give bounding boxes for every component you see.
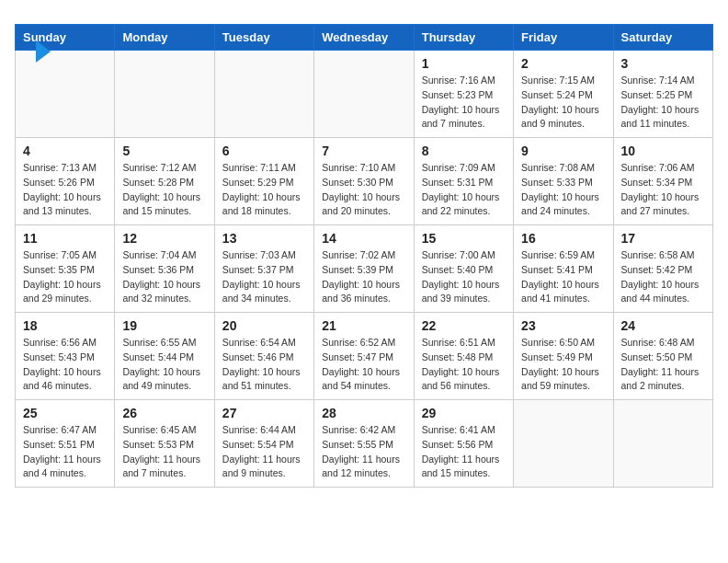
day-info: Sunrise: 6:45 AMSunset: 5:53 PMDaylight:… xyxy=(122,423,206,481)
day-info: Sunrise: 7:09 AMSunset: 5:31 PMDaylight:… xyxy=(422,161,506,219)
calendar-cell: 13Sunrise: 7:03 AMSunset: 5:37 PMDayligh… xyxy=(214,225,313,313)
day-info: Sunrise: 7:16 AMSunset: 5:23 PMDaylight:… xyxy=(422,74,506,132)
calendar-cell: 26Sunrise: 6:45 AMSunset: 5:53 PMDayligh… xyxy=(115,400,214,488)
day-info: Sunrise: 6:48 AMSunset: 5:50 PMDaylight:… xyxy=(621,336,705,394)
calendar-cell xyxy=(214,51,313,138)
day-info: Sunrise: 6:51 AMSunset: 5:48 PMDaylight:… xyxy=(422,336,506,394)
logo xyxy=(29,39,51,63)
calendar-week-row: 11Sunrise: 7:05 AMSunset: 5:35 PMDayligh… xyxy=(16,225,713,313)
day-number: 24 xyxy=(621,318,705,333)
day-info: Sunrise: 6:52 AMSunset: 5:47 PMDaylight:… xyxy=(322,336,405,394)
day-number: 21 xyxy=(322,318,405,333)
calendar-cell: 6Sunrise: 7:11 AMSunset: 5:29 PMDaylight… xyxy=(214,138,313,225)
day-number: 27 xyxy=(222,406,306,420)
day-number: 5 xyxy=(122,144,206,158)
day-info: Sunrise: 7:04 AMSunset: 5:36 PMDaylight:… xyxy=(122,248,206,306)
calendar-cell: 12Sunrise: 7:04 AMSunset: 5:36 PMDayligh… xyxy=(115,225,214,313)
calendar-cell: 16Sunrise: 6:59 AMSunset: 5:41 PMDayligh… xyxy=(514,225,613,313)
day-number: 6 xyxy=(222,144,306,158)
calendar-cell: 11Sunrise: 7:05 AMSunset: 5:35 PMDayligh… xyxy=(16,225,115,313)
calendar-cell: 17Sunrise: 6:58 AMSunset: 5:42 PMDayligh… xyxy=(613,225,712,313)
day-info: Sunrise: 7:10 AMSunset: 5:30 PMDaylight:… xyxy=(322,161,405,219)
day-info: Sunrise: 7:14 AMSunset: 5:25 PMDaylight:… xyxy=(621,74,705,132)
day-info: Sunrise: 6:54 AMSunset: 5:46 PMDaylight:… xyxy=(222,336,306,394)
day-info: Sunrise: 6:58 AMSunset: 5:42 PMDaylight:… xyxy=(621,248,705,306)
day-header-thursday: Thursday xyxy=(414,25,513,51)
day-number: 10 xyxy=(621,144,705,158)
logo-arrow-icon xyxy=(36,40,51,63)
day-number: 16 xyxy=(521,231,605,246)
calendar-cell: 1Sunrise: 7:16 AMSunset: 5:23 PMDaylight… xyxy=(414,51,513,138)
day-info: Sunrise: 6:56 AMSunset: 5:43 PMDaylight:… xyxy=(23,336,107,394)
day-header-tuesday: Tuesday xyxy=(214,25,313,51)
day-info: Sunrise: 6:44 AMSunset: 5:54 PMDaylight:… xyxy=(222,423,306,481)
day-number: 12 xyxy=(122,231,206,246)
calendar-cell: 29Sunrise: 6:41 AMSunset: 5:56 PMDayligh… xyxy=(414,400,513,488)
calendar-cell: 27Sunrise: 6:44 AMSunset: 5:54 PMDayligh… xyxy=(214,400,313,488)
day-header-saturday: Saturday xyxy=(613,25,712,51)
day-info: Sunrise: 7:12 AMSunset: 5:28 PMDaylight:… xyxy=(122,161,206,219)
day-number: 8 xyxy=(422,144,506,158)
calendar-week-row: 1Sunrise: 7:16 AMSunset: 5:23 PMDaylight… xyxy=(16,51,713,138)
day-info: Sunrise: 7:13 AMSunset: 5:26 PMDaylight:… xyxy=(23,161,107,219)
calendar-cell: 21Sunrise: 6:52 AMSunset: 5:47 PMDayligh… xyxy=(314,313,414,400)
calendar-cell: 20Sunrise: 6:54 AMSunset: 5:46 PMDayligh… xyxy=(214,313,313,400)
day-number: 7 xyxy=(322,144,405,158)
day-info: Sunrise: 7:00 AMSunset: 5:40 PMDaylight:… xyxy=(422,248,506,306)
day-number: 15 xyxy=(422,231,506,246)
day-number: 3 xyxy=(621,56,705,71)
day-number: 4 xyxy=(23,144,107,158)
day-number: 18 xyxy=(23,318,107,333)
day-number: 25 xyxy=(23,406,107,420)
day-number: 20 xyxy=(222,318,306,333)
day-number: 22 xyxy=(422,318,506,333)
calendar-cell xyxy=(514,400,613,488)
calendar-week-row: 4Sunrise: 7:13 AMSunset: 5:26 PMDaylight… xyxy=(16,138,713,225)
calendar-cell: 9Sunrise: 7:08 AMSunset: 5:33 PMDaylight… xyxy=(514,138,613,225)
calendar-cell: 28Sunrise: 6:42 AMSunset: 5:55 PMDayligh… xyxy=(314,400,414,488)
day-info: Sunrise: 7:06 AMSunset: 5:34 PMDaylight:… xyxy=(621,161,705,219)
calendar-cell: 22Sunrise: 6:51 AMSunset: 5:48 PMDayligh… xyxy=(414,313,513,400)
calendar-cell xyxy=(314,51,414,138)
day-info: Sunrise: 6:47 AMSunset: 5:51 PMDaylight:… xyxy=(23,423,107,481)
calendar-cell: 10Sunrise: 7:06 AMSunset: 5:34 PMDayligh… xyxy=(613,138,712,225)
calendar-cell: 23Sunrise: 6:50 AMSunset: 5:49 PMDayligh… xyxy=(514,313,613,400)
day-header-wednesday: Wednesday xyxy=(314,25,414,51)
day-number: 11 xyxy=(23,231,107,246)
calendar-cell: 3Sunrise: 7:14 AMSunset: 5:25 PMDaylight… xyxy=(613,51,712,138)
day-number: 19 xyxy=(122,318,206,333)
calendar-cell: 14Sunrise: 7:02 AMSunset: 5:39 PMDayligh… xyxy=(314,225,414,313)
day-number: 26 xyxy=(122,406,206,420)
day-number: 9 xyxy=(521,144,605,158)
day-info: Sunrise: 7:03 AMSunset: 5:37 PMDaylight:… xyxy=(222,248,306,306)
calendar-week-row: 25Sunrise: 6:47 AMSunset: 5:51 PMDayligh… xyxy=(16,400,713,488)
day-number: 2 xyxy=(521,56,605,71)
calendar-cell: 15Sunrise: 7:00 AMSunset: 5:40 PMDayligh… xyxy=(414,225,513,313)
day-info: Sunrise: 7:05 AMSunset: 5:35 PMDaylight:… xyxy=(23,248,107,306)
day-info: Sunrise: 6:42 AMSunset: 5:55 PMDaylight:… xyxy=(322,423,405,481)
day-number: 23 xyxy=(521,318,605,333)
day-info: Sunrise: 6:50 AMSunset: 5:49 PMDaylight:… xyxy=(521,336,605,394)
day-info: Sunrise: 7:11 AMSunset: 5:29 PMDaylight:… xyxy=(222,161,306,219)
calendar-cell: 2Sunrise: 7:15 AMSunset: 5:24 PMDaylight… xyxy=(514,51,613,138)
calendar-cell xyxy=(613,400,712,488)
day-info: Sunrise: 7:08 AMSunset: 5:33 PMDaylight:… xyxy=(521,161,605,219)
calendar-cell: 24Sunrise: 6:48 AMSunset: 5:50 PMDayligh… xyxy=(613,313,712,400)
calendar-cell: 8Sunrise: 7:09 AMSunset: 5:31 PMDaylight… xyxy=(414,138,513,225)
day-number: 28 xyxy=(322,406,405,420)
calendar-cell: 19Sunrise: 6:55 AMSunset: 5:44 PMDayligh… xyxy=(115,313,214,400)
calendar-cell: 7Sunrise: 7:10 AMSunset: 5:30 PMDaylight… xyxy=(314,138,414,225)
day-number: 17 xyxy=(621,231,705,246)
day-info: Sunrise: 6:59 AMSunset: 5:41 PMDaylight:… xyxy=(521,248,605,306)
calendar-cell: 5Sunrise: 7:12 AMSunset: 5:28 PMDaylight… xyxy=(115,138,214,225)
calendar-cell: 4Sunrise: 7:13 AMSunset: 5:26 PMDaylight… xyxy=(16,138,115,225)
calendar-week-row: 18Sunrise: 6:56 AMSunset: 5:43 PMDayligh… xyxy=(16,313,713,400)
calendar-cell xyxy=(16,51,115,138)
calendar-header-row: SundayMondayTuesdayWednesdayThursdayFrid… xyxy=(16,25,713,51)
day-number: 29 xyxy=(422,406,506,420)
day-info: Sunrise: 7:15 AMSunset: 5:24 PMDaylight:… xyxy=(521,74,605,132)
calendar-table: SundayMondayTuesdayWednesdayThursdayFrid… xyxy=(15,24,713,488)
day-info: Sunrise: 6:55 AMSunset: 5:44 PMDaylight:… xyxy=(122,336,206,394)
calendar-cell: 18Sunrise: 6:56 AMSunset: 5:43 PMDayligh… xyxy=(16,313,115,400)
day-number: 14 xyxy=(322,231,405,246)
